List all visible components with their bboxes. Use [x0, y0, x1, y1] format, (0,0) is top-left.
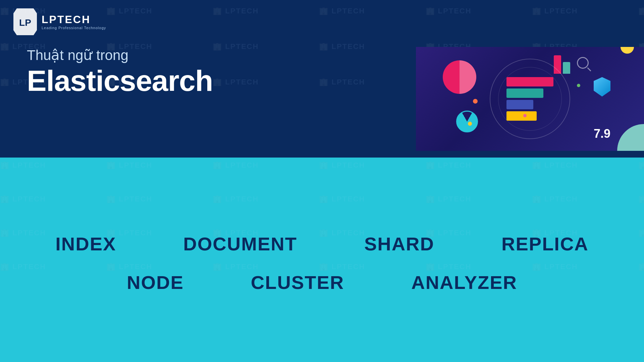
subtitle: Thuật ngữ trong: [27, 47, 213, 63]
term-index: INDEX: [55, 233, 116, 255]
pac-shape: [456, 111, 478, 132]
terms-row-2: NODE CLUSTER ANALYZER: [127, 272, 517, 293]
stack-bar-yellow: [506, 111, 537, 121]
dot-pink-small: [523, 114, 527, 117]
term-replica: REPLICA: [501, 233, 589, 255]
term-shard: SHARD: [364, 233, 434, 255]
dot-yellow-small: [468, 122, 472, 126]
bar-teal: [563, 62, 570, 74]
top-section: 🏢 LPTECH 🏢 LPTECH 🏢 LPTECH 🏢 LPTECH 🏢 LP…: [0, 0, 644, 158]
term-document: DOCUMENT: [183, 233, 297, 255]
term-analyzer: ANALYZER: [411, 272, 517, 293]
logo-area: LP LPTECH Leading Professional Technolog…: [13, 8, 106, 35]
svg-text:LP: LP: [19, 17, 31, 28]
left-content: Thuật ngữ trong Elasticsearch: [27, 47, 213, 96]
logo-subtitle: Leading Professional Technology: [42, 26, 106, 30]
version-label: 7.9: [594, 127, 610, 141]
bottom-section: 🏢 LPTECH 🏢 LPTECH 🏢 LPTECH 🏢 LPTECH 🏢 LP…: [0, 158, 644, 362]
stack-bar-blue: [506, 100, 533, 109]
stack-bar-pink: [506, 77, 553, 86]
logo-main: LPTECH: [42, 14, 106, 25]
main-title: Elasticsearch: [27, 66, 213, 96]
illustration: 7.9: [416, 47, 644, 151]
dot-green: [577, 84, 580, 87]
yellow-dot-deco: [621, 47, 634, 54]
terms-row-1: INDEX DOCUMENT SHARD REPLICA: [55, 233, 589, 255]
lptech-logo-icon: LP: [13, 8, 37, 35]
dot-orange: [473, 99, 478, 104]
illustration-panel: 7.9: [416, 47, 644, 151]
term-cluster: CLUSTER: [251, 272, 344, 293]
term-node: NODE: [127, 272, 184, 293]
terms-grid: INDEX DOCUMENT SHARD REPLICA NODE CLUSTE…: [55, 233, 589, 293]
stack-bar-teal: [506, 88, 543, 98]
center-stack: [506, 77, 553, 121]
shield-icon: [594, 77, 610, 97]
green-quarter-deco: [617, 124, 644, 151]
circle-pink-deco: [443, 60, 476, 94]
magnifier-icon: [577, 57, 589, 69]
logo-text: LPTECH Leading Professional Technology: [42, 14, 106, 30]
